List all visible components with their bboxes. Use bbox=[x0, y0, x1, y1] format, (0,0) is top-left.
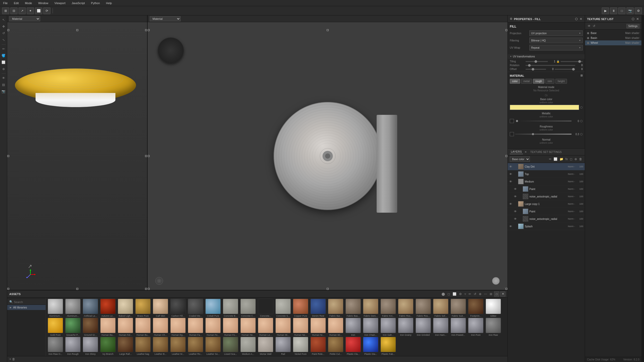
toolbar-btn-1[interactable]: ⊞ bbox=[2, 7, 9, 14]
asset-item[interactable]: Human Fe... bbox=[205, 318, 222, 336]
viewport-left-canvas[interactable]: ↗ bbox=[7, 22, 147, 290]
assets-delete-btn[interactable]: 🗑 bbox=[12, 357, 15, 361]
ts-close-btn[interactable]: ✕ bbox=[636, 17, 639, 21]
roughness-slider-thumb[interactable] bbox=[532, 133, 534, 135]
asset-item[interactable]: Footprint... bbox=[467, 299, 484, 317]
corner-handle-ml[interactable] bbox=[7, 155, 9, 157]
asset-item[interactable]: Gouache P... bbox=[64, 318, 81, 336]
assets-btn-refresh[interactable]: ↺ bbox=[473, 292, 477, 296]
assets-btn-close[interactable]: ✕ bbox=[500, 291, 505, 297]
asset-item[interactable]: Fabric Bas... bbox=[345, 299, 362, 317]
layer-item[interactable]: 👁noise_anisotropic_radialNorm -100 bbox=[508, 193, 585, 200]
asset-item[interactable]: Iron Ham... bbox=[432, 318, 449, 336]
asset-item[interactable]: Plastic Cla... bbox=[345, 337, 362, 355]
layer-item[interactable]: 👁MediumNorm -100 bbox=[508, 178, 585, 185]
toolbar-btn-5[interactable]: ⬜ bbox=[35, 7, 42, 14]
roughness-slider[interactable] bbox=[515, 134, 572, 135]
asset-item[interactable]: Aluminium... bbox=[47, 299, 64, 317]
asset-item[interactable]: Fabric Kni... bbox=[380, 299, 397, 317]
rotation-slider[interactable] bbox=[526, 65, 575, 66]
sidebar-icon-layers[interactable]: ▤ bbox=[1, 82, 6, 88]
viewport-left-mode-select[interactable]: Material Wireframe bbox=[9, 16, 40, 21]
toolbar-render-btn[interactable]: ▶ bbox=[602, 7, 609, 14]
asset-item[interactable]: Autumn Le... bbox=[99, 299, 116, 317]
sidebar-icon-scale[interactable]: ⤡ bbox=[1, 37, 6, 43]
asset-item[interactable]: Human He... bbox=[240, 318, 257, 336]
assets-btn-grid[interactable]: ⊞ bbox=[489, 292, 493, 296]
sidebar-icon-eye[interactable]: 👁 bbox=[1, 75, 6, 81]
asset-item[interactable]: Mortar Wall bbox=[257, 337, 274, 355]
asset-item[interactable]: Human Fo... bbox=[222, 318, 239, 336]
corner-handle-mt[interactable] bbox=[76, 29, 78, 31]
sidebar-icon-fill[interactable]: 🪣 bbox=[1, 53, 6, 58]
corner-handle-tr[interactable] bbox=[145, 29, 147, 31]
menu-item-mode[interactable]: Mode bbox=[24, 1, 33, 5]
asset-item[interactable]: Iron Shiny bbox=[82, 337, 99, 355]
layers-close-icon[interactable]: ✕ bbox=[524, 150, 527, 154]
layers-instance-btn[interactable]: ◻ bbox=[569, 157, 573, 161]
base-color-swatch[interactable] bbox=[510, 105, 579, 110]
layer-visibility-toggle[interactable]: 👁 bbox=[509, 225, 513, 228]
layer-item[interactable]: 👁noise_anisotropic_radialNorm -100 bbox=[508, 215, 585, 223]
asset-item[interactable]: Concrete C... bbox=[240, 299, 257, 317]
mat-tab-metal[interactable]: metal bbox=[521, 79, 532, 84]
tab-layers[interactable]: LAYERS bbox=[510, 150, 523, 154]
asset-item[interactable]: Human Mi... bbox=[275, 318, 292, 336]
asset-item[interactable]: Ivy Branch bbox=[99, 337, 116, 355]
toolbar-btn-4[interactable]: ✦ bbox=[27, 7, 34, 14]
layer-item[interactable]: 👁PaintNorm -100 bbox=[508, 185, 585, 193]
asset-item[interactable]: Human Le... bbox=[257, 318, 274, 336]
assets-lib-all[interactable]: ▶ All libraries bbox=[7, 305, 46, 310]
asset-item[interactable]: Concrete S... bbox=[275, 299, 292, 317]
layers-delete-btn[interactable]: 🗑 bbox=[579, 157, 583, 161]
layer-visibility-toggle[interactable]: 👁 bbox=[509, 165, 513, 168]
asset-item[interactable]: Brass Pure bbox=[134, 299, 151, 317]
asset-item[interactable]: Medium A... bbox=[240, 337, 257, 355]
asset-item[interactable]: Iron Grainy bbox=[397, 318, 414, 336]
asset-item[interactable]: Iron Pure bbox=[467, 318, 484, 336]
corner-handle-mb[interactable] bbox=[76, 288, 78, 290]
asset-item[interactable]: Denim Rest bbox=[310, 299, 327, 317]
tiling-lock-icon[interactable]: 🔒 bbox=[556, 60, 560, 63]
sidebar-icon-clone[interactable]: ⊕ bbox=[1, 66, 6, 72]
search-input[interactable] bbox=[14, 300, 49, 304]
layers-blend-select[interactable]: Base color bbox=[510, 157, 530, 162]
viewport-resize-handle[interactable]: ⋱ bbox=[504, 286, 507, 290]
corner-handle-rv-tr[interactable] bbox=[505, 29, 507, 31]
assets-btn-pencil[interactable]: ✏ bbox=[468, 292, 472, 296]
layers-add-fill-btn[interactable]: ⬜ bbox=[553, 157, 558, 161]
asset-item[interactable]: Fabric Dem... bbox=[362, 299, 379, 317]
mat-tab-rough[interactable]: rough bbox=[533, 79, 544, 84]
menu-item-viewport[interactable]: Viewport bbox=[53, 1, 66, 5]
ts-item[interactable]: BasinMain shader bbox=[585, 36, 641, 40]
layer-item[interactable]: 👁PaintNorm -100 bbox=[508, 208, 585, 215]
layer-visibility-toggle[interactable]: 👁 bbox=[514, 217, 518, 220]
corner-handle-rv-bl[interactable] bbox=[148, 288, 150, 290]
asset-item[interactable]: Nickel Pure bbox=[292, 337, 309, 355]
asset-item[interactable]: Fabric Ros... bbox=[415, 299, 432, 317]
asset-item[interactable]: Concrete B... bbox=[222, 299, 239, 317]
asset-item[interactable]: Plastic Dia... bbox=[362, 337, 379, 355]
asset-item[interactable]: Cobalt Pure bbox=[205, 299, 222, 317]
menu-item-window[interactable]: Window bbox=[37, 1, 49, 5]
projection-select[interactable]: UV projection ▼ bbox=[529, 30, 583, 36]
assets-btn-import[interactable]: ⊕ bbox=[478, 292, 482, 296]
viewport-right-mode-select[interactable]: Material Wireframe bbox=[150, 16, 181, 21]
toolbar-settings-btn[interactable]: ⚙ bbox=[635, 7, 642, 14]
layers-folder-btn[interactable]: 📁 bbox=[559, 157, 564, 161]
tiling-slider[interactable] bbox=[526, 61, 548, 62]
corner-handle-mr[interactable] bbox=[145, 155, 147, 157]
sidebar-icon-brush[interactable]: ✏ bbox=[1, 46, 6, 52]
filtering-select[interactable]: Bilinear | HQ ▼ bbox=[529, 38, 583, 43]
toolbar-btn-2[interactable]: ⊟ bbox=[10, 7, 18, 14]
layer-item[interactable]: 👁Large copy 1Norm -100 bbox=[508, 200, 585, 208]
asset-item[interactable]: Carbon Fill... bbox=[170, 299, 187, 317]
asset-item[interactable]: Ground Gr... bbox=[82, 318, 99, 336]
corner-handle-rv-mr[interactable] bbox=[505, 155, 507, 157]
tiling-slider-thumb[interactable] bbox=[535, 60, 537, 63]
asset-item[interactable]: Plastic Fab... bbox=[380, 337, 397, 355]
layer-visibility-toggle[interactable]: 👁 bbox=[509, 180, 513, 183]
layer-item[interactable]: 👁Clay DirtNorm -100 bbox=[508, 163, 585, 170]
asset-item[interactable]: Human Ni... bbox=[310, 318, 327, 336]
asset-item[interactable]: Iron Raw bbox=[485, 318, 502, 336]
